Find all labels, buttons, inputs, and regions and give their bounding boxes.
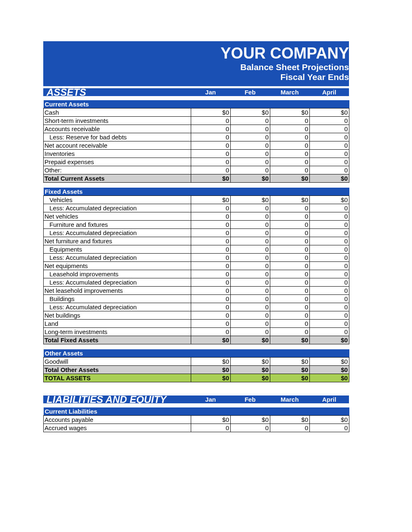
cell-value: $0 (191, 196, 231, 204)
cell-value: 0 (191, 278, 231, 287)
row-label: Furniture and fixtures (44, 221, 191, 229)
cell-value: 0 (231, 295, 270, 303)
cell-value: 0 (270, 204, 310, 212)
assets-title: ASSETS (43, 88, 191, 96)
table-row: Accrued wages0000 (44, 424, 349, 432)
cell-value: 0 (231, 328, 270, 336)
cell-value: 0 (191, 320, 231, 328)
cell-value: 0 (191, 212, 231, 221)
row-label: Cash (44, 108, 191, 117)
table-row: Buildings0000 (44, 295, 349, 303)
cell-value: 0 (310, 212, 349, 221)
cell-value: $0 (191, 108, 231, 117)
cell-value: 0 (310, 278, 349, 287)
table-row: Goodwill$0$0$0$0 (44, 358, 349, 366)
table-row: Cash$0$0$0$0 (44, 108, 349, 117)
cell-value: 0 (270, 125, 310, 133)
month-feb: Feb (230, 88, 270, 96)
cell-value: $0 (270, 196, 310, 204)
row-label: Goodwill (44, 358, 191, 366)
cell-value: 0 (231, 141, 270, 150)
cell-value: 0 (231, 158, 270, 166)
cell-value: 0 (310, 166, 349, 174)
row-label: Short-term investments (44, 117, 191, 125)
month-feb: Feb (230, 395, 270, 403)
cell-value: 0 (231, 150, 270, 158)
company-name: YOUR COMPANY (43, 45, 349, 62)
table-row: Net vehicles0000 (44, 212, 349, 221)
total-assets: TOTAL ASSETS $0 $0 $0 $0 (44, 374, 349, 382)
cell-value: 0 (270, 237, 310, 245)
cell-value: 0 (231, 278, 270, 287)
cell-value: 0 (270, 117, 310, 125)
assets-table: ASSETS Jan Feb March April (43, 88, 349, 96)
cell-value: 0 (310, 229, 349, 237)
current-liabilities-title: Current Liabilities (44, 407, 349, 416)
current-assets-title: Current Assets (44, 100, 349, 108)
cell-value: 0 (270, 221, 310, 229)
row-label: Less: Accumulated depreciation (44, 229, 191, 237)
month-march: March (270, 88, 309, 96)
cell-value: 0 (191, 150, 231, 158)
table-row: Furniture and fixtures0000 (44, 221, 349, 229)
cell-value: 0 (191, 237, 231, 245)
cell-value: 0 (270, 229, 310, 237)
cell-value: 0 (231, 287, 270, 295)
row-label: Net equipments (44, 262, 191, 270)
cell-value: 0 (231, 237, 270, 245)
other-assets-title: Other Assets (44, 349, 349, 358)
total-current-assets: Total Current Assets $0 $0 $0 $0 (44, 174, 349, 183)
month-jan: Jan (191, 88, 230, 96)
cell-value: 0 (231, 311, 270, 320)
month-april: April (309, 88, 349, 96)
cell-value: 0 (231, 221, 270, 229)
current-assets-table: Current Assets Cash$0$0$0$0Short-term in… (43, 100, 349, 183)
row-label: Long-term investments (44, 328, 191, 336)
cell-value: $0 (231, 416, 270, 424)
title-block: YOUR COMPANY Balance Sheet Projections F… (43, 41, 349, 86)
table-row: Net buildings0000 (44, 311, 349, 320)
cell-value: 0 (270, 278, 310, 287)
report-title: Balance Sheet Projections (43, 62, 349, 72)
table-row: Net leasehold improvements0000 (44, 287, 349, 295)
row-label: Land (44, 320, 191, 328)
cell-value: 0 (270, 262, 310, 270)
row-label: Inventories (44, 150, 191, 158)
cell-value: 0 (270, 287, 310, 295)
cell-value: 0 (270, 328, 310, 336)
cell-value: 0 (191, 125, 231, 133)
cell-value: 0 (310, 287, 349, 295)
cell-value: 0 (270, 303, 310, 311)
table-row: Leasehold improvements0000 (44, 270, 349, 278)
cell-value: 0 (231, 212, 270, 221)
cell-value: 0 (191, 166, 231, 174)
cell-value: 0 (191, 204, 231, 212)
month-march: March (270, 395, 309, 403)
cell-value: 0 (270, 133, 310, 141)
row-label: Less: Accumulated depreciation (44, 204, 191, 212)
cell-value: 0 (310, 117, 349, 125)
cell-value: 0 (231, 254, 270, 262)
row-label: Prepaid expenses (44, 158, 191, 166)
total-fixed-assets: Total Fixed Assets $0 $0 $0 $0 (44, 336, 349, 344)
month-jan: Jan (191, 395, 230, 403)
cell-value: 0 (191, 141, 231, 150)
cell-value: 0 (191, 311, 231, 320)
month-april: April (309, 395, 349, 403)
liabilities-header: LIABILITIES AND EQUITY Jan Feb March Apr… (43, 395, 349, 403)
cell-value: $0 (310, 416, 349, 424)
cell-value: 0 (231, 166, 270, 174)
cell-value: $0 (231, 196, 270, 204)
cell-value: 0 (231, 262, 270, 270)
row-label: Less: Accumulated depreciation (44, 278, 191, 287)
cell-value: 0 (310, 158, 349, 166)
row-label: Vehicles (44, 196, 191, 204)
cell-value: 0 (191, 254, 231, 262)
row-label: Less: Accumulated depreciation (44, 254, 191, 262)
cell-value: 0 (231, 320, 270, 328)
cell-value: $0 (270, 108, 310, 117)
cell-value: 0 (231, 303, 270, 311)
cell-value: 0 (231, 204, 270, 212)
cell-value: 0 (310, 262, 349, 270)
row-label: Buildings (44, 295, 191, 303)
